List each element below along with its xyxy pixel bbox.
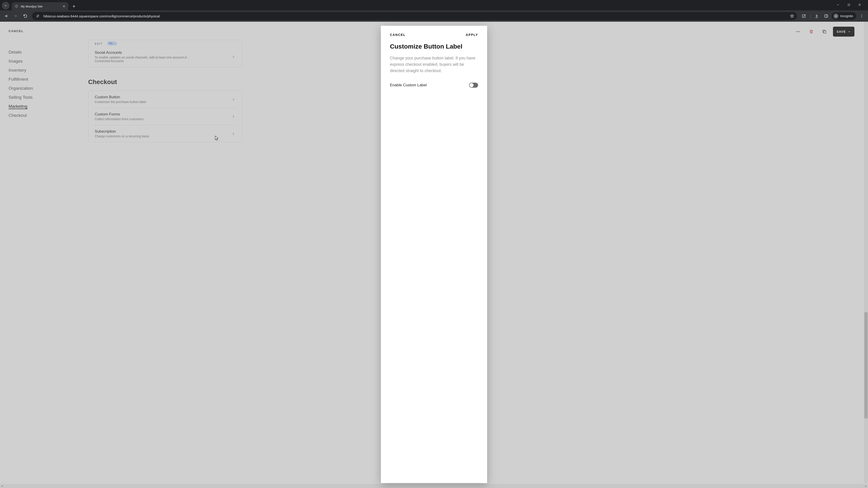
chevron-right-icon	[232, 115, 235, 119]
badge-stub: Re…	[107, 41, 117, 45]
save-button-label: SAVE	[837, 30, 846, 33]
arrow-left-icon	[4, 14, 8, 18]
save-button[interactable]: SAVE	[833, 27, 855, 37]
svg-rect-10	[824, 31, 826, 33]
window-maximize-button[interactable]	[845, 1, 852, 8]
url-text: hibiscus-seabass-6444.squarespace.com/co…	[43, 14, 788, 18]
modal-cancel-button[interactable]: CANCEL	[390, 33, 405, 37]
window-close-button[interactable]	[856, 1, 863, 8]
side-panel-button[interactable]	[822, 12, 830, 20]
delete-button[interactable]	[807, 27, 816, 36]
row-title: Subscription	[95, 129, 232, 134]
site-info-button[interactable]	[35, 13, 41, 19]
chevron-down-icon	[4, 4, 7, 7]
row-title: Social Accounts	[95, 51, 232, 55]
minimize-icon	[836, 3, 839, 6]
scroll-right-arrow[interactable]: ▸	[865, 485, 867, 488]
nav-reload-button[interactable]	[21, 12, 29, 20]
incognito-indicator[interactable]: Incognito	[832, 12, 856, 20]
browser-toolbar: hibiscus-seabass-6444.squarespace.com/co…	[0, 10, 868, 22]
customize-button-label-modal: CANCEL APPLY Customize Button Label Chan…	[381, 26, 487, 483]
sidebar-item-fulfillment[interactable]: Fulfillment	[8, 75, 88, 84]
vertical-scrollbar[interactable]	[864, 22, 868, 483]
settings-row-subscription[interactable]: SubscriptionCharge customers on a recurr…	[95, 125, 235, 142]
duplicate-icon	[822, 29, 827, 34]
panel-icon	[824, 14, 828, 18]
chevron-down-icon	[848, 30, 851, 33]
browser-tab[interactable]: My Moodjoy Site	[12, 2, 68, 10]
arrow-right-icon	[13, 14, 18, 18]
row-subtitle: To enable updates on social channels, ad…	[95, 56, 232, 63]
toggle-knob	[469, 83, 473, 87]
modal-apply-button[interactable]: APPLY	[466, 33, 478, 37]
modal-description: Change your purchase button label. If yo…	[390, 55, 478, 74]
svg-point-1	[38, 15, 39, 15]
trash-icon	[809, 29, 813, 34]
settings-row-custom-forms[interactable]: Custom FormsCollect information from cus…	[95, 108, 235, 125]
browser-menu-button[interactable]	[858, 12, 866, 20]
incognito-label: Incognito	[840, 14, 853, 18]
new-tab-button[interactable]	[70, 3, 77, 10]
scrollbar-thumb[interactable]	[864, 312, 868, 418]
cube-icon	[14, 4, 19, 8]
svg-point-2	[37, 17, 37, 17]
social-accounts-row[interactable]: Social Accounts To enable updates on soc…	[95, 46, 235, 67]
tab-close-button[interactable]	[62, 4, 66, 8]
tune-icon	[36, 14, 39, 18]
chevron-right-icon	[232, 98, 235, 101]
incognito-icon	[833, 13, 838, 19]
page-cancel-button[interactable]: CANCEL	[8, 29, 88, 33]
more-actions-button[interactable]	[794, 27, 803, 36]
row-title: Custom Forms	[95, 112, 232, 117]
svg-point-9	[799, 31, 800, 32]
svg-point-4	[862, 14, 862, 15]
svg-point-6	[862, 17, 862, 18]
bookmark-button[interactable]	[790, 14, 794, 18]
row-title: Custom Button	[95, 95, 232, 99]
duplicate-button[interactable]	[820, 27, 829, 36]
svg-rect-3	[825, 15, 828, 18]
maximize-icon	[847, 3, 850, 6]
address-bar[interactable]: hibiscus-seabass-6444.squarespace.com/co…	[32, 12, 797, 20]
window-minimize-button[interactable]	[835, 1, 841, 8]
plus-icon	[72, 4, 76, 8]
modal-title: Customize Button Label	[390, 43, 478, 50]
chevron-right-icon	[232, 132, 235, 135]
svg-point-7	[796, 31, 797, 32]
sidebar-item-selling-tools[interactable]: Selling Tools	[8, 93, 88, 102]
sidebar-item-marketing[interactable]: Marketing	[8, 102, 88, 111]
enable-custom-label-toggle[interactable]	[469, 83, 478, 88]
browser-tab-strip: My Moodjoy Site	[0, 0, 868, 10]
row-subtitle: Collect information from customers	[95, 117, 232, 121]
toolbar-separator	[810, 14, 810, 18]
ellipsis-icon	[796, 29, 801, 34]
svg-rect-0	[848, 4, 850, 6]
row-subtitle: Customize the purchase button label	[95, 100, 232, 104]
puzzle-icon	[802, 14, 806, 18]
edit-stub: EDIT	[95, 42, 103, 45]
sidebar-item-organization[interactable]: Organization	[8, 84, 88, 93]
sidebar-item-inventory[interactable]: Inventory	[8, 66, 88, 75]
sidebar-item-images[interactable]: Images	[8, 57, 88, 66]
toggle-label: Enable Custom Label	[390, 83, 427, 88]
browser-tab-title: My Moodjoy Site	[21, 5, 60, 8]
scroll-left-arrow[interactable]: ◂	[1, 485, 3, 488]
nav-forward-button[interactable]	[12, 12, 20, 20]
row-subtitle: Charge customers on a recurring basis	[95, 134, 232, 138]
extensions-button[interactable]	[800, 12, 808, 20]
close-icon	[63, 5, 65, 8]
svg-point-5	[862, 16, 862, 17]
kebab-icon	[860, 14, 864, 18]
sidebar-item-details[interactable]: Details	[8, 48, 88, 57]
download-icon	[815, 14, 819, 18]
downloads-button[interactable]	[813, 12, 821, 20]
horizontal-scrollbar[interactable]: ◂ ▸	[0, 484, 868, 488]
nav-back-button[interactable]	[2, 12, 10, 20]
settings-row-custom-button[interactable]: Custom ButtonCustomize the purchase butt…	[95, 91, 235, 108]
close-icon	[858, 3, 861, 6]
tab-search-dropdown[interactable]	[2, 2, 9, 9]
svg-point-8	[798, 31, 798, 32]
chevron-right-icon	[232, 55, 235, 59]
star-icon	[790, 14, 794, 18]
sidebar-item-checkout[interactable]: Checkout	[8, 111, 88, 120]
